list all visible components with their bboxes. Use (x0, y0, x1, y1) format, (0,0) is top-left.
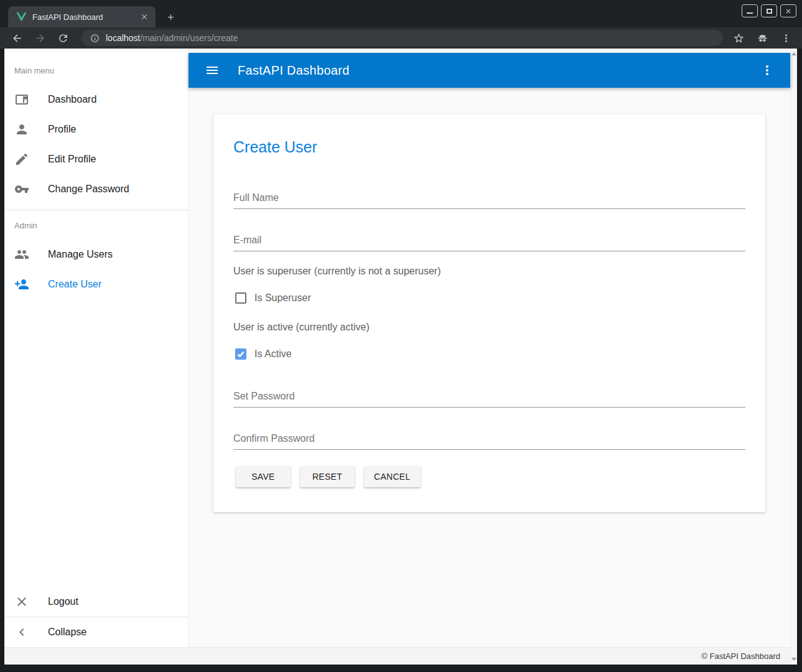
reload-button[interactable] (56, 31, 70, 45)
full-name-input[interactable] (233, 187, 745, 209)
appbar-menu-icon[interactable] (760, 63, 775, 78)
chevron-left-icon (14, 625, 29, 640)
sidebar-item-collapse[interactable]: Collapse (4, 617, 188, 647)
forward-icon (34, 32, 46, 44)
minimize-button[interactable] (742, 4, 758, 17)
browser-titlebar: FastAPI Dashboard (0, 0, 802, 27)
dashboard-icon (14, 92, 29, 107)
email-input[interactable] (233, 229, 745, 251)
url-path: /main/admin/users/create (140, 33, 238, 43)
set-password-field (233, 385, 745, 408)
scrollbar-down-arrow-icon[interactable] (791, 658, 796, 661)
page-content: Create User User is superuser (currently… (189, 88, 790, 647)
sidebar-item-create-user[interactable]: Create User (4, 269, 188, 299)
pencil-icon (14, 152, 29, 167)
browser-toolbar: localhost/main/admin/users/create (0, 27, 802, 49)
check-icon (237, 350, 245, 358)
cancel-button[interactable]: CANCEL (364, 466, 421, 487)
create-user-card: Create User User is superuser (currently… (213, 114, 765, 512)
main-area: FastAPI Dashboard Create User User is su… (189, 49, 790, 647)
toolbar-actions (733, 32, 792, 44)
key-icon (14, 182, 29, 197)
form-actions: SAVE RESET CANCEL (236, 466, 745, 487)
is-superuser-row: Is Superuser (235, 292, 745, 304)
scrollbar-up-arrow-icon[interactable] (791, 52, 796, 55)
back-icon (11, 32, 23, 44)
is-superuser-label: Is Superuser (254, 292, 311, 304)
people-icon (14, 247, 29, 262)
full-name-field (233, 187, 745, 209)
sidebar-bottom: Logout Collapse (4, 587, 188, 647)
page-viewport: Main menu Dashboard Profile Edit Profile (4, 49, 797, 665)
sidebar-item-label: Dashboard (48, 94, 96, 105)
tab-title: FastAPI Dashboard (32, 12, 139, 22)
address-bar[interactable]: localhost/main/admin/users/create (82, 30, 723, 46)
page-footer: © FastAPI Dashboard (4, 647, 790, 665)
maximize-button[interactable] (761, 4, 777, 17)
is-active-checkbox[interactable] (235, 348, 246, 360)
close-icon (785, 7, 792, 15)
sidebar-item-label: Change Password (48, 184, 129, 195)
active-hint: User is active (currently active) (233, 321, 745, 334)
browser-menu-icon[interactable] (780, 32, 792, 44)
sidebar-section-main-menu: Main menu (4, 49, 188, 85)
person-icon (14, 122, 29, 137)
plus-icon (166, 12, 175, 22)
sidebar-item-logout[interactable]: Logout (4, 587, 188, 617)
site-info-icon[interactable] (90, 34, 100, 43)
logout-x-icon (14, 594, 29, 609)
reload-icon (57, 32, 69, 44)
superuser-hint: User is superuser (currently is not a su… (233, 265, 745, 278)
reset-button[interactable]: RESET (300, 466, 355, 487)
sidebar-item-label: Collapse (48, 627, 86, 638)
sidebar-item-label: Profile (48, 124, 76, 135)
new-tab-button[interactable] (162, 9, 179, 25)
email-field (233, 229, 745, 251)
window-controls (742, 4, 796, 17)
save-button[interactable]: SAVE (236, 466, 291, 487)
minimize-icon (747, 12, 753, 14)
sidebar-item-dashboard[interactable]: Dashboard (4, 85, 188, 114)
url-text: localhost/main/admin/users/create (106, 33, 238, 43)
bookmark-star-icon[interactable] (733, 32, 745, 44)
is-active-label: Is Active (254, 348, 292, 360)
page-title: Create User (233, 138, 745, 156)
forward-button[interactable] (33, 31, 47, 45)
appbar-title: FastAPI Dashboard (238, 63, 760, 78)
sidebar-item-manage-users[interactable]: Manage Users (4, 240, 188, 269)
vue-logo-icon (16, 12, 27, 22)
sidebar-item-label: Manage Users (48, 249, 113, 260)
sidebar-item-label: Create User (48, 279, 101, 290)
is-superuser-checkbox[interactable] (235, 292, 246, 304)
browser-window: FastAPI Dashboard (0, 0, 802, 672)
url-host: localhost (106, 33, 140, 43)
close-window-button[interactable] (780, 4, 796, 17)
is-active-row: Is Active (235, 348, 745, 360)
confirm-password-input[interactable] (233, 427, 745, 450)
sidebar-item-label: Edit Profile (48, 154, 96, 165)
incognito-icon (757, 32, 768, 44)
footer-copyright: © FastAPI Dashboard (701, 651, 780, 661)
sidebar-item-edit-profile[interactable]: Edit Profile (4, 144, 188, 174)
back-button[interactable] (10, 31, 24, 45)
sidebar-item-label: Logout (48, 596, 78, 607)
tab-close-icon[interactable] (139, 12, 149, 22)
sidebar-item-profile[interactable]: Profile (4, 114, 188, 144)
person-add-icon (14, 277, 29, 292)
sidebar-item-change-password[interactable]: Change Password (4, 174, 188, 204)
set-password-input[interactable] (233, 385, 745, 408)
app-bar: FastAPI Dashboard (189, 53, 790, 88)
sidebar-section-admin: Admin (4, 210, 188, 240)
page-scrollbar[interactable] (790, 49, 797, 665)
sidebar: Main menu Dashboard Profile Edit Profile (4, 49, 189, 647)
hamburger-menu-icon[interactable] (205, 63, 220, 78)
confirm-password-field (233, 427, 745, 450)
browser-tab[interactable]: FastAPI Dashboard (8, 6, 156, 27)
maximize-icon (767, 9, 772, 14)
